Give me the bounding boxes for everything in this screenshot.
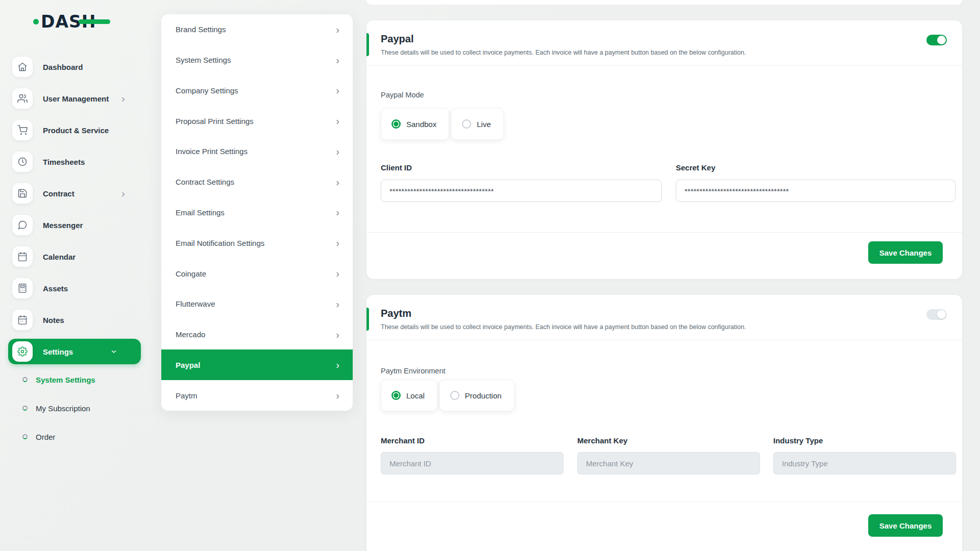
client-id-label: Client ID bbox=[381, 163, 412, 172]
submenu-item-label: System Settings bbox=[36, 375, 95, 384]
client-id-input[interactable] bbox=[381, 180, 662, 202]
chevron-down-icon: › bbox=[110, 350, 120, 354]
paypal-mode-live[interactable]: Live bbox=[451, 108, 504, 140]
merchant-id-label: Merchant ID bbox=[381, 436, 425, 445]
settings-menu-item-label: System Settings bbox=[176, 56, 231, 64]
settings-menu-item-label: Contract Settings bbox=[176, 178, 234, 186]
settings-menu-item-flutterwave[interactable]: Flutterwave› bbox=[161, 289, 353, 319]
settings-menu-item-paytm[interactable]: Paytm› bbox=[161, 380, 353, 411]
settings-menu-item-label: Flutterwave bbox=[176, 299, 215, 308]
settings-menu-item-email-settings[interactable]: Email Settings› bbox=[161, 197, 353, 228]
paypal-mode-radio-group: Sandbox Live bbox=[381, 108, 504, 140]
divider bbox=[366, 502, 962, 502]
chevron-right-icon: › bbox=[336, 207, 339, 217]
industry-type-input[interactable] bbox=[773, 452, 956, 474]
bullet-icon bbox=[22, 377, 28, 382]
paytm-environment-label: Paytm Environment bbox=[381, 367, 446, 375]
sidebar-item-label: Product & Service bbox=[43, 126, 109, 135]
sidebar-item-label: Timesheets bbox=[43, 158, 85, 166]
dash-logo[interactable]: DASH bbox=[41, 11, 96, 32]
sidebar-nav: DashboardUser Management›Product & Servi… bbox=[0, 51, 153, 367]
users-icon bbox=[12, 88, 33, 109]
chevron-right-icon: › bbox=[336, 55, 339, 65]
radio-unselected-icon bbox=[450, 391, 459, 400]
bullet-icon bbox=[22, 406, 28, 411]
settings-menu-item-invoice-print-settings[interactable]: Invoice Print Settings› bbox=[161, 136, 353, 167]
calendar-icon bbox=[12, 246, 33, 267]
settings-menu-item-coingate[interactable]: Coingate› bbox=[161, 258, 353, 289]
previous-card-edge bbox=[366, 0, 962, 5]
gear-icon bbox=[12, 341, 33, 362]
settings-menu-item-company-settings[interactable]: Company Settings› bbox=[161, 76, 353, 106]
settings-menu-item-label: Coingate bbox=[176, 269, 206, 278]
submenu-item-order[interactable]: Order bbox=[0, 422, 153, 451]
settings-menu-item-email-notification-settings[interactable]: Email Notification Settings› bbox=[161, 228, 353, 258]
chevron-right-icon: › bbox=[121, 93, 125, 104]
clock-icon bbox=[12, 152, 33, 172]
paytm-description: These details will be used to collect in… bbox=[381, 323, 746, 331]
sidebar-item-calendar[interactable]: Calendar bbox=[0, 241, 153, 272]
chevron-right-icon: › bbox=[336, 116, 339, 126]
settings-menu-item-label: Email Notification Settings bbox=[176, 239, 264, 247]
paytm-environment-radio-group: Local Production bbox=[381, 380, 514, 411]
settings-submenu: System SettingsMy SubscriptionOrder bbox=[0, 365, 153, 451]
green-accent-bar bbox=[366, 33, 369, 56]
sidebar-item-notes[interactable]: Notes bbox=[0, 304, 153, 336]
secret-key-label: Secret Key bbox=[676, 163, 716, 172]
sidebar-item-messenger[interactable]: Messenger bbox=[0, 209, 153, 241]
paypal-enabled-toggle[interactable] bbox=[926, 35, 947, 45]
home-icon bbox=[12, 57, 33, 77]
paytm-enabled-toggle[interactable] bbox=[926, 309, 947, 320]
chevron-right-icon: › bbox=[336, 24, 339, 35]
sidebar-item-user-management[interactable]: User Management› bbox=[0, 83, 153, 114]
cart-icon bbox=[12, 120, 33, 140]
logo-dot bbox=[33, 19, 39, 24]
settings-menu-item-proposal-print-settings[interactable]: Proposal Print Settings› bbox=[161, 106, 353, 136]
sidebar-item-label: Contract bbox=[43, 189, 75, 198]
bullet-icon bbox=[22, 434, 28, 439]
sidebar-item-product-service[interactable]: Product & Service bbox=[0, 114, 153, 146]
paytm-env-production[interactable]: Production bbox=[439, 380, 514, 411]
merchant-key-input[interactable] bbox=[577, 452, 760, 474]
sidebar-item-settings[interactable]: Settings› bbox=[8, 339, 141, 364]
sidebar-item-timesheets[interactable]: Timesheets bbox=[0, 146, 153, 178]
divider bbox=[366, 232, 962, 233]
sidebar-item-assets[interactable]: Assets bbox=[0, 272, 153, 304]
chevron-right-icon: › bbox=[336, 238, 339, 248]
settings-menu-item-label: Paypal bbox=[176, 361, 200, 369]
settings-menu-item-label: Proposal Print Settings bbox=[176, 117, 254, 126]
divider bbox=[366, 65, 962, 66]
chevron-right-icon: › bbox=[336, 146, 339, 157]
submenu-item-label: Order bbox=[36, 433, 55, 441]
settings-menu-item-mercado[interactable]: Mercado› bbox=[161, 319, 353, 350]
sidebar-item-label: Settings bbox=[43, 347, 73, 356]
merchant-id-input[interactable] bbox=[381, 452, 564, 474]
submenu-item-my-subscription[interactable]: My Subscription bbox=[0, 394, 153, 422]
secret-key-input[interactable] bbox=[676, 180, 955, 202]
radio-label: Production bbox=[465, 391, 502, 400]
settings-menu-item-paypal[interactable]: Paypal› bbox=[161, 349, 353, 380]
logo-dash bbox=[79, 19, 110, 24]
settings-menu-item-contract-settings[interactable]: Contract Settings› bbox=[161, 167, 353, 197]
merchant-key-label: Merchant Key bbox=[577, 436, 627, 445]
settings-menu-item-brand-settings[interactable]: Brand Settings› bbox=[161, 14, 353, 45]
settings-menu-item-label: Mercado bbox=[176, 330, 205, 339]
calculator-icon bbox=[12, 278, 33, 298]
paypal-mode-sandbox[interactable]: Sandbox bbox=[381, 108, 449, 140]
chevron-right-icon: › bbox=[336, 360, 339, 370]
paytm-env-local[interactable]: Local bbox=[381, 380, 437, 411]
paytm-card: Paytm These details will be used to coll… bbox=[366, 295, 962, 551]
settings-menu-panel: Brand Settings›System Settings›Company S… bbox=[161, 14, 353, 411]
settings-menu-item-system-settings[interactable]: System Settings› bbox=[161, 45, 353, 76]
sidebar-item-contract[interactable]: Contract› bbox=[0, 178, 153, 209]
settings-menu-item-label: Paytm bbox=[176, 391, 198, 400]
paytm-save-button[interactable]: Save Changes bbox=[868, 514, 943, 537]
chevron-right-icon: › bbox=[336, 177, 339, 187]
sidebar-item-label: Notes bbox=[43, 316, 64, 324]
save-icon bbox=[12, 183, 33, 204]
submenu-item-system-settings[interactable]: System Settings bbox=[0, 365, 153, 394]
radio-label: Local bbox=[406, 391, 425, 400]
paypal-save-button[interactable]: Save Changes bbox=[868, 241, 943, 264]
main-sidebar: DASH DashboardUser Management›Product & … bbox=[0, 0, 153, 551]
sidebar-item-dashboard[interactable]: Dashboard bbox=[0, 51, 153, 83]
